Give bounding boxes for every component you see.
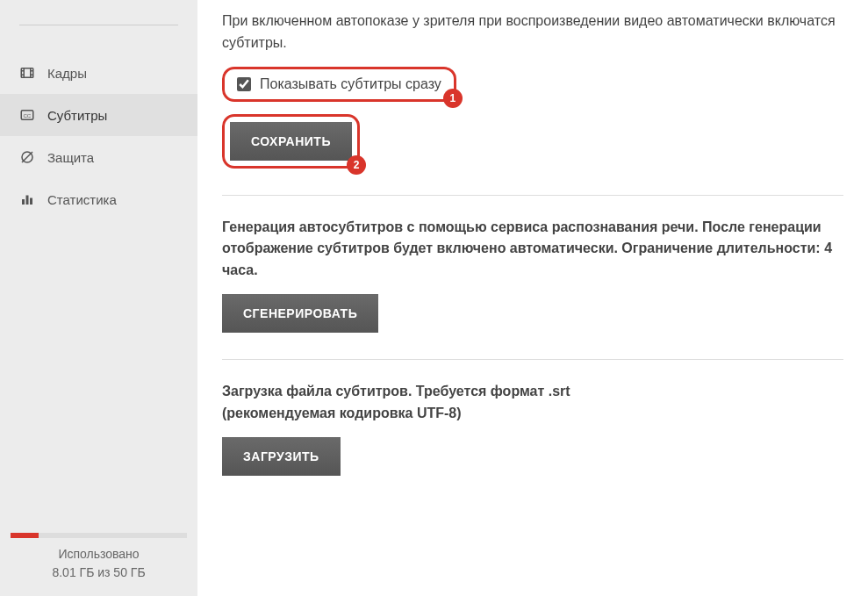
generate-description: Генерация автосубтитров с помощью сервис…: [222, 217, 843, 282]
section-autoshow: При включенном автопоказе у зрителя при …: [222, 11, 843, 169]
storage-bar-fill: [11, 533, 39, 538]
section-divider-1: [222, 195, 843, 196]
svg-text:CC: CC: [24, 113, 32, 118]
app-root: Кадры CC Субтитры Защита: [0, 0, 868, 596]
svg-rect-11: [22, 199, 25, 205]
main-content: При включенном автопоказе у зрителя при …: [197, 0, 868, 596]
sidebar-item-label: Защита: [47, 150, 94, 165]
upload-description: Загрузка файла субтитров. Требуется форм…: [222, 381, 843, 425]
storage-used-label: Использовано: [11, 545, 187, 564]
sidebar-item-subtitles[interactable]: CC Субтитры: [0, 94, 197, 136]
generate-button[interactable]: СГЕНЕРИРОВАТЬ: [222, 294, 378, 333]
storage-bar: [11, 533, 187, 538]
save-button-highlight: СОХРАНИТЬ 2: [222, 114, 360, 169]
svg-rect-12: [26, 196, 29, 205]
svg-rect-0: [21, 68, 33, 78]
sidebar-item-label: Кадры: [47, 66, 87, 81]
sidebar-item-protection[interactable]: Защита: [0, 136, 197, 178]
section-upload: Загрузка файла субтитров. Требуется форм…: [222, 381, 843, 476]
save-button[interactable]: СОХРАНИТЬ: [230, 122, 352, 161]
annotation-badge-2: 2: [347, 155, 366, 175]
sidebar-divider: [19, 25, 178, 25]
annotation-badge-1: 1: [443, 89, 463, 108]
section-divider-2: [222, 359, 843, 360]
svg-rect-13: [30, 198, 32, 205]
sidebar-item-frames[interactable]: Кадры: [0, 52, 197, 94]
statistics-icon: [19, 191, 35, 207]
shield-icon: [19, 149, 35, 165]
autoshow-checkbox[interactable]: [237, 77, 251, 91]
storage-meter: Использовано 8.01 ГБ из 50 ГБ: [0, 533, 197, 596]
storage-usage-text: 8.01 ГБ из 50 ГБ: [11, 564, 187, 582]
sidebar-item-label: Статистика: [47, 192, 117, 207]
subtitles-icon: CC: [19, 107, 35, 123]
sidebar: Кадры CC Субтитры Защита: [0, 0, 197, 596]
autoshow-description: При включенном автопоказе у зрителя при …: [222, 11, 843, 54]
sidebar-item-statistics[interactable]: Статистика: [0, 178, 197, 220]
autoshow-checkbox-label: Показывать субтитры сразу: [260, 76, 441, 92]
autoshow-checkbox-highlight: Показывать субтитры сразу 1: [222, 67, 456, 102]
section-generate: Генерация автосубтитров с помощью сервис…: [222, 217, 843, 333]
frames-icon: [19, 65, 35, 81]
upload-button[interactable]: ЗАГРУЗИТЬ: [222, 437, 341, 476]
sidebar-item-label: Субтитры: [47, 108, 107, 123]
